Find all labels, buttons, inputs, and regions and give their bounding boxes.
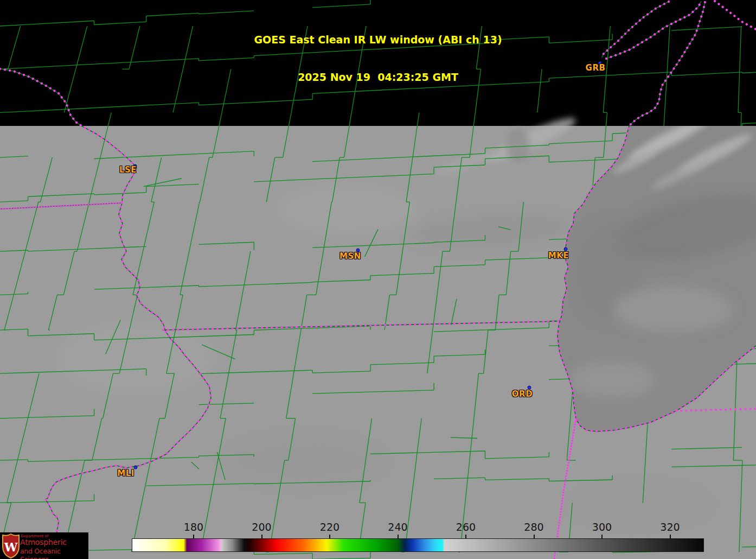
logo-name-line2: and Oceanic Sciences <box>20 547 88 559</box>
station-label-GRB: GRB <box>586 63 606 73</box>
colorbar-tick-label: 260 <box>456 521 476 533</box>
colorbar-tick <box>601 535 603 538</box>
product-timestamp: 2025 Nov 19 04:23:25 GMT <box>0 71 756 84</box>
colorbar-tick <box>329 535 330 538</box>
lake-michigan-surface <box>558 111 756 431</box>
colorbar-tick <box>670 535 671 538</box>
colorbar-tick-label: 200 <box>252 521 271 533</box>
logo-name-line1: Atmospheric <box>20 538 67 547</box>
colorbar-tick <box>398 535 399 538</box>
station-label-ORD: ORD <box>512 389 533 399</box>
colorbar-tick-label: 300 <box>592 521 612 533</box>
product-title: GOES East Clean IR LW window (ABI ch 13) <box>0 34 756 46</box>
colorbar-tick <box>261 535 262 538</box>
colorbar-tick <box>193 535 194 538</box>
colorbar-tick-label: 280 <box>524 521 543 533</box>
uw-crest-icon: W <box>2 533 20 558</box>
colorbar-tick-label: 180 <box>184 521 203 533</box>
aos-logo: W Department of Atmospheric and Oceanic … <box>0 532 88 559</box>
colorbar-tick <box>534 535 535 538</box>
product-title-block: GOES East Clean IR LW window (ABI ch 13)… <box>0 9 756 109</box>
temperature-colorbar <box>132 538 704 552</box>
station-label-MKE: MKE <box>548 251 569 261</box>
station-label-LSE: LSE <box>119 165 137 175</box>
colorbar-tick <box>465 535 466 538</box>
colorbar-tick-label: 320 <box>660 521 680 533</box>
colorbar-tick-label: 220 <box>320 521 339 533</box>
station-label-MSN: MSN <box>339 251 361 261</box>
satellite-image-viewport: GOES East Clean IR LW window (ABI ch 13)… <box>0 0 756 559</box>
colorbar-tick-label: 240 <box>388 521 407 533</box>
svg-text:W: W <box>4 540 18 554</box>
station-label-MLI: MLI <box>117 468 134 478</box>
